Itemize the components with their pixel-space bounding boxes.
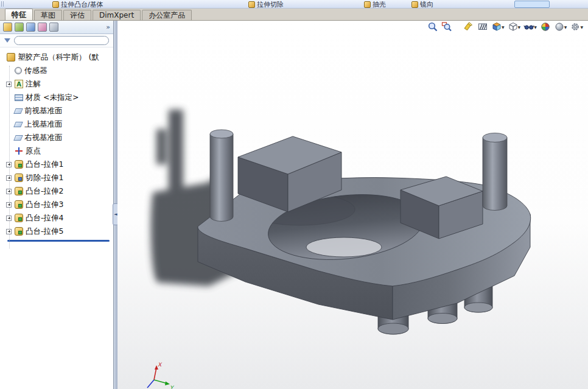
boss-extrude-icon — [15, 200, 23, 209]
tree-item-boss-extrude5[interactable]: 凸台-拉伸5 — [6, 225, 113, 238]
toolbar-grip — [1, 1, 4, 7]
ribbon-button-extruded-cut[interactable]: 拉伸切除 — [248, 0, 284, 9]
featuremanager-tab-icon[interactable] — [3, 23, 12, 32]
view-settings-gear-icon[interactable]: ▼ — [570, 21, 583, 32]
propertymanager-tab-icon[interactable] — [15, 23, 24, 32]
part-icon — [7, 53, 15, 61]
expand-icon[interactable] — [6, 82, 12, 87]
display-style-icon[interactable]: ▼ — [508, 21, 521, 32]
filter-funnel-icon — [4, 38, 10, 43]
triad-x-label: X — [158, 362, 163, 368]
model-pin-left — [210, 130, 233, 222]
plane-icon — [13, 135, 23, 141]
zoom-fit-icon[interactable] — [427, 21, 438, 32]
boss-extrude-icon — [15, 214, 23, 222]
dropdown-arrow-icon[interactable]: ▼ — [564, 25, 567, 29]
hide-show-items-icon[interactable]: ▼ — [523, 21, 537, 32]
solidworks-window: 拉伸凸台/基体 拉伸切除 抽壳 镜向 特征 草图 评估 DimXpert 办公室… — [0, 0, 588, 389]
tree-item-right-plane[interactable]: 右视基准面 — [6, 131, 113, 144]
expand-icon[interactable] — [6, 189, 12, 194]
manager-tab-strip: » — [0, 21, 113, 34]
expand-icon[interactable] — [6, 202, 12, 208]
mirror-icon — [411, 1, 418, 8]
origin-icon — [15, 147, 23, 155]
extruded-boss-icon — [52, 1, 59, 8]
tree-item-material[interactable]: 材质 <未指定> — [6, 91, 113, 104]
tab-dimxpert[interactable]: DimXpert — [93, 10, 141, 20]
headsup-view-toolbar: ▼ ▼ ▼ ▼ ▼ — [427, 21, 583, 32]
plane-icon — [13, 108, 23, 114]
ribbon-button-mirror[interactable]: 镜向 — [411, 0, 433, 9]
tree-item-sensors[interactable]: 传感器 — [6, 64, 113, 77]
boss-extrude-icon — [15, 160, 23, 169]
dropdown-arrow-icon[interactable]: ▼ — [502, 25, 505, 29]
overflow-chevron[interactable]: » — [106, 23, 110, 31]
boss-extrude-icon — [15, 187, 23, 195]
commandmanager-tabbar: 特征 草图 评估 DimXpert 办公室产品 — [0, 9, 588, 21]
apply-scene-icon[interactable]: ▼ — [554, 21, 567, 32]
tree-item-boss-extrude3[interactable]: 凸台-拉伸3 — [6, 198, 113, 211]
tree-item-annotations[interactable]: 注解 — [6, 77, 113, 91]
tab-office-products[interactable]: 办公室产品 — [142, 10, 192, 20]
material-icon — [15, 94, 23, 101]
expand-icon[interactable] — [6, 229, 12, 234]
sensors-icon — [15, 67, 22, 74]
view-orientation-icon[interactable]: ▼ — [491, 21, 505, 32]
shell-icon — [364, 1, 371, 8]
tree-item-cut-extrude1[interactable]: 切除-拉伸1 — [6, 171, 113, 184]
zebra-stripes-icon[interactable] — [477, 21, 488, 32]
dimxpertmanager-tab-icon[interactable] — [38, 23, 47, 32]
ribbon-button-shell[interactable]: 抽壳 — [364, 0, 386, 9]
edit-appearance-icon[interactable] — [540, 21, 551, 32]
featuremanager-panel: » 塑胶产品（科宇斯） (默 传感器 注解 — [0, 21, 113, 389]
configurationmanager-tab-icon[interactable] — [26, 23, 35, 32]
tree-item-boss-extrude4[interactable]: 凸台-拉伸4 — [6, 211, 113, 225]
boss-extrude-icon — [15, 227, 23, 236]
tab-evaluate[interactable]: 评估 — [63, 10, 91, 20]
extruded-cut-icon — [248, 1, 255, 8]
dropdown-arrow-icon[interactable]: ▼ — [518, 25, 521, 29]
tree-item-front-plane[interactable]: 前视基准面 — [6, 104, 113, 117]
tree-item-boss-extrude2[interactable]: 凸台-拉伸2 — [6, 184, 113, 198]
feature-tree: 塑胶产品（科宇斯） (默 传感器 注解 材质 <未指定> — [0, 47, 113, 389]
tree-item-boss-extrude1[interactable]: 凸台-拉伸1 — [6, 158, 113, 171]
cad-model-3d-view[interactable]: X Y — [117, 21, 588, 389]
cut-extrude-icon — [15, 173, 23, 182]
rollback-bar[interactable] — [7, 240, 110, 242]
dropdown-arrow-icon[interactable]: ▼ — [534, 25, 537, 29]
expand-icon[interactable] — [6, 162, 12, 167]
displaymanager-tab-icon[interactable] — [49, 23, 58, 32]
panel-splitter[interactable] — [113, 21, 117, 389]
ribbon-highlighted-button[interactable] — [514, 1, 550, 8]
dropdown-arrow-icon[interactable]: ▼ — [580, 25, 583, 29]
tree-item-top-plane[interactable]: 上视基准面 — [6, 117, 113, 131]
graphics-area[interactable]: ▼ ▼ ▼ ▼ ▼ — [117, 21, 588, 389]
ribbon-button-extruded-boss[interactable]: 拉伸凸台/基体 — [52, 0, 103, 9]
annotations-icon — [15, 80, 23, 88]
reference-triad: X Y — [147, 362, 175, 389]
expand-icon[interactable] — [6, 216, 12, 221]
ribbon-strip: 拉伸凸台/基体 拉伸切除 抽壳 镜向 — [0, 0, 588, 9]
tab-sketch[interactable]: 草图 — [34, 10, 62, 20]
plane-icon — [13, 122, 23, 127]
tab-features[interactable]: 特征 — [5, 9, 33, 20]
tree-item-origin[interactable]: 原点 — [6, 144, 113, 158]
expand-icon[interactable] — [6, 175, 12, 181]
tree-item-part-root[interactable]: 塑胶产品（科宇斯） (默 — [6, 51, 113, 64]
zoom-area-icon[interactable] — [441, 21, 452, 32]
tree-filter-input[interactable] — [14, 36, 109, 45]
tree-filter-row — [0, 34, 113, 47]
triad-y-label: Y — [170, 385, 175, 389]
model-pin-right — [483, 133, 507, 211]
flashlight-icon[interactable] — [463, 21, 474, 32]
